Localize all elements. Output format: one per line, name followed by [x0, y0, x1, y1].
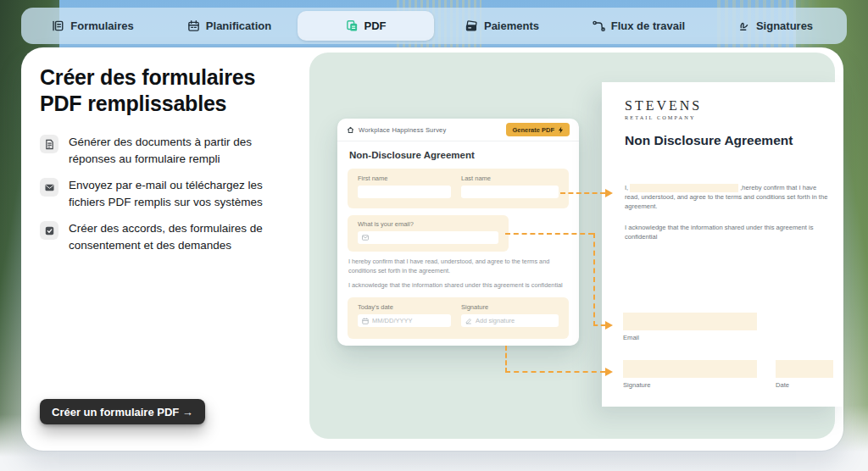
tab-label: Paiements: [484, 19, 539, 32]
tab-flux-de-travail[interactable]: Flux de travail: [570, 11, 707, 41]
pdf-title: Non Disclosure Agreement: [625, 133, 793, 148]
feature-tabbar: Formulaires Planification PDF Paiements …: [21, 8, 847, 44]
pdf-signature-fill-box: [623, 360, 757, 378]
date-label: Today's date: [358, 303, 451, 311]
tab-label: Formulaires: [70, 19, 133, 32]
document-icon: [40, 135, 58, 153]
last-name-label: Last name: [461, 175, 559, 182]
page-title: Créer des formulaires PDF remplissables: [40, 64, 311, 117]
form-agreement-text: I hereby confirm that I have read, under…: [348, 258, 567, 291]
connector-email-line: [593, 233, 595, 326]
generate-pdf-button[interactable]: Generate PDF: [506, 123, 570, 136]
list-item: Envoyez par e-mail ou téléchargez les fi…: [40, 177, 296, 210]
pdf-date-label: Date: [776, 381, 789, 389]
pdf-paragraph-1: I,,hereby confirm that I have read, unde…: [625, 183, 830, 211]
date-field: Today's date MM/DD/YYYY: [358, 303, 451, 327]
create-pdf-form-button[interactable]: Créer un formulaire PDF →: [40, 399, 205, 424]
signature-input[interactable]: Add signature: [461, 314, 559, 327]
tab-planification[interactable]: Planification: [161, 11, 298, 41]
calendar-icon: [187, 19, 200, 32]
pdf-copy-icon: [346, 19, 359, 32]
envelope-icon: [40, 178, 58, 197]
tab-label: PDF: [364, 19, 387, 32]
generate-pdf-label: Generate PDF: [512, 126, 554, 134]
email-field-block: What is your email?: [348, 215, 509, 252]
tab-signatures[interactable]: Signatures: [707, 11, 843, 41]
page-title-line2: PDF remplissables: [40, 91, 311, 117]
first-name-input[interactable]: [358, 186, 451, 198]
pdf-para1-prefix: I,: [625, 184, 628, 191]
pdf-paragraph-2: I acknowledge that the information share…: [625, 223, 830, 241]
pdf-date-fill-box: [776, 360, 833, 378]
tab-pdf[interactable]: PDF: [298, 11, 434, 41]
connector-lastname-line: [560, 192, 605, 194]
first-name-field: First name: [358, 175, 451, 198]
breadcrumb: Workplace Happiness Survey: [359, 126, 446, 134]
payment-icon: [465, 19, 478, 32]
company-logo-subtitle: RETAIL COMPANY: [625, 114, 696, 120]
calendar-icon: [362, 318, 369, 324]
page-title-line1: Créer des formulaires: [40, 64, 311, 91]
last-name-input[interactable]: [461, 186, 559, 198]
connector-lastname-arrow: [605, 189, 613, 197]
page: Formulaires Planification PDF Paiements …: [0, 0, 868, 471]
form-preview-card: Workplace Happiness Survey Generate PDF …: [337, 119, 579, 346]
date-placeholder: MM/DD/YYYY: [372, 317, 413, 324]
tab-label: Planification: [206, 19, 271, 32]
date-signature-block: Today's date MM/DD/YYYY Signature Add si…: [348, 297, 569, 339]
company-logo: STEVENS: [625, 98, 702, 114]
signature-label: Signature: [461, 303, 559, 311]
agreement-paragraph: I hereby confirm that I have read, under…: [348, 258, 567, 275]
email-field: What is your email?: [358, 220, 498, 244]
bullet-text: Créer des accords, des formulaires de co…: [69, 220, 296, 253]
checkbox-icon: [40, 221, 58, 240]
pdf-document-preview: STEVENS RETAIL COMPANY Non Disclosure Ag…: [602, 82, 843, 407]
list-item: Créer des accords, des formulaires de co…: [40, 220, 296, 253]
connector-signature-arrow: [605, 368, 613, 376]
email-input[interactable]: [358, 231, 498, 244]
connector-signature-line: [505, 346, 507, 373]
tab-label: Signatures: [756, 19, 813, 32]
first-name-label: First name: [358, 175, 451, 182]
email-label: What is your email?: [358, 220, 498, 228]
bullet-text: Générer des documents à partir des répon…: [69, 134, 296, 167]
feature-bullets: Générer des documents à partir des répon…: [40, 134, 296, 253]
tab-formulaires[interactable]: Formulaires: [25, 11, 161, 41]
list-item: Générer des documents à partir des répon…: [40, 134, 296, 167]
signature-field: Signature Add signature: [461, 303, 559, 327]
name-fields-block: First name Last name: [348, 169, 569, 208]
form-preview-header: Workplace Happiness Survey Generate PDF: [337, 119, 579, 141]
pdf-email-label: Email: [623, 334, 639, 341]
tab-label: Flux de travail: [611, 19, 685, 32]
signature-icon: [737, 19, 750, 32]
date-input[interactable]: MM/DD/YYYY: [358, 314, 451, 327]
tab-paiements[interactable]: Paiements: [434, 11, 570, 41]
home-icon: [347, 126, 354, 134]
pen-icon: [465, 318, 472, 324]
agreement-paragraph: I acknowledge that the information share…: [348, 281, 567, 291]
pdf-email-fill-box: [623, 313, 757, 330]
lightning-icon: [558, 126, 564, 134]
bullet-text: Envoyez par e-mail ou téléchargez les fi…: [69, 177, 296, 210]
signature-placeholder: Add signature: [476, 317, 515, 324]
connector-email-arrow: [605, 321, 613, 330]
name-fill-blank: [630, 184, 738, 192]
connector-signature-line: [505, 371, 605, 373]
envelope-icon: [362, 235, 369, 241]
pdf-signature-label: Signature: [623, 381, 651, 389]
workflow-icon: [593, 19, 605, 32]
form-icon: [52, 19, 64, 32]
connector-email-line: [505, 233, 593, 235]
last-name-field: Last name: [461, 175, 559, 198]
connector-email-line: [593, 324, 605, 326]
form-title: Non-Disclosure Agreement: [349, 150, 475, 160]
